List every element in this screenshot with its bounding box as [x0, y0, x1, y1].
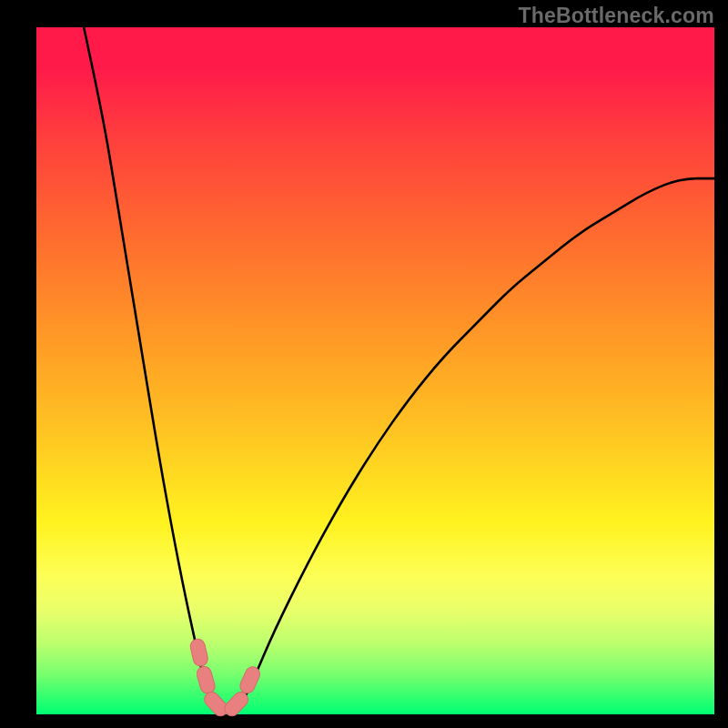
bottleneck-curve	[84, 27, 714, 709]
svg-rect-0	[189, 638, 209, 668]
trough-marker	[195, 665, 217, 695]
marker-layer	[189, 638, 262, 719]
curve-layer	[84, 27, 714, 709]
chart-frame: TheBottleneck.com	[0, 0, 728, 728]
chart-svg	[0, 0, 728, 728]
svg-rect-1	[195, 665, 217, 695]
trough-marker	[189, 638, 209, 668]
